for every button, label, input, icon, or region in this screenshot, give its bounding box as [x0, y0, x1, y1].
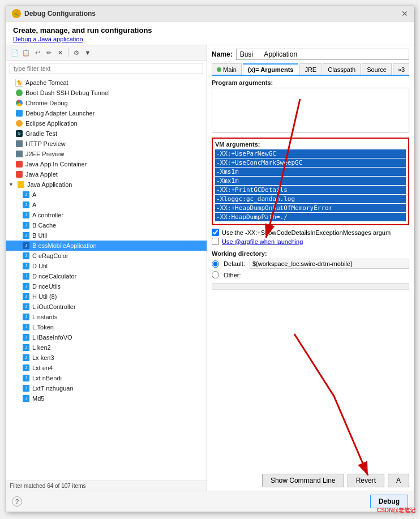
http-icon [15, 140, 23, 148]
tree-item-java-container[interactable]: Java App In Container [6, 159, 207, 169]
item-icon: J [22, 293, 30, 301]
main-tab-icon [217, 67, 221, 72]
working-dir-default-row: Default: [212, 259, 409, 269]
item-icon: J [22, 231, 30, 239]
eclipse-icon [15, 119, 23, 127]
tree-item-dance-utils[interactable]: J D nceUtils [6, 281, 207, 291]
tab-arguments[interactable]: (x)= Arguments [243, 63, 299, 75]
vm-arg-line-4: -Xmx1m [215, 177, 406, 185]
tab-main-label: Main [223, 66, 237, 73]
args-tab-label: (x)= Arguments [248, 66, 294, 73]
tab-more[interactable]: »3 [393, 63, 409, 75]
tree-item-dance-calc[interactable]: J D nceCalculator [6, 271, 207, 281]
tree-item-j2ee-preview[interactable]: J2EE Preview [6, 149, 207, 159]
classpath-tab-label: Classpath [328, 66, 355, 73]
item-icon: J [22, 313, 30, 321]
tree-item-java-application[interactable]: ▼ Java Application [6, 179, 207, 190]
edit-config-btn[interactable]: ✏ [44, 48, 54, 58]
tree-item-eclipse-app[interactable]: Eclipse Application [6, 118, 207, 128]
item-icon: J [22, 201, 30, 209]
tree-item-a1[interactable]: J A [6, 190, 207, 200]
tree-item-debug-adapter[interactable]: Debug Adapter Launcher [6, 108, 207, 118]
item-icon: J [22, 242, 30, 250]
item-icon: J [22, 211, 30, 219]
tree-item-apache-tomcat[interactable]: 🐈 Apache Tomcat [6, 78, 207, 88]
tree-item-boot-dash[interactable]: Boot Dash SSH Debug Tunnel [6, 88, 207, 98]
item-icon: J [22, 272, 30, 280]
show-code-details-label: Use the -XX:+ShowCodeDetailsInExceptionM… [222, 229, 391, 236]
default-radio[interactable] [212, 260, 219, 268]
tree-item-l-out-ctrl[interactable]: J L iOutController [6, 302, 207, 312]
close-button[interactable]: ✕ [401, 9, 408, 18]
j2ee-icon [15, 150, 23, 158]
other-radio[interactable] [212, 271, 219, 278]
tree-item-lx-ken3[interactable]: J Lx ken3 [6, 353, 207, 363]
show-cmd-button[interactable]: Show Command Line [262, 474, 344, 487]
apply-button[interactable]: A [388, 474, 409, 487]
more-tab-label: »3 [398, 66, 405, 73]
tree-item-a-controller[interactable]: J A controller [6, 210, 207, 220]
program-args-box[interactable] [212, 88, 409, 133]
tree-item-l-ken2[interactable]: J L ken2 [6, 342, 207, 353]
tree-item-b-util[interactable]: J B Util [6, 230, 207, 241]
item-icon: J [22, 282, 30, 290]
vm-arg-line-8: -XX:HeapDumpPath=./ [215, 213, 406, 221]
tree-item-h-util[interactable]: J H Util (8) [6, 291, 207, 302]
checkbox-row-2: Use @argfile when launching [212, 238, 409, 245]
remove-config-btn[interactable]: ✕ [55, 48, 65, 58]
other-label: Other: [224, 272, 241, 278]
use-argfile-label[interactable]: Use @argfile when launching [222, 238, 303, 245]
tree-item-md5[interactable]: J Md5 [6, 393, 207, 404]
copy-config-btn[interactable]: 📋 [21, 48, 31, 58]
tree-item-chrome-debug[interactable]: Chrome Debug [6, 98, 207, 108]
checkbox-row-1: Use the -XX:+ShowCodeDetailsInExceptionM… [212, 229, 409, 236]
tree-item-l-nstants[interactable]: J L nstants [6, 312, 207, 322]
name-label: Name: [212, 50, 233, 58]
watermark: CSDN@老笔记 [377, 507, 415, 514]
config-name-input[interactable] [236, 49, 409, 60]
tree-item-l-token[interactable]: J L Token [6, 322, 207, 332]
new-config-btn[interactable]: 📄 [10, 48, 20, 58]
tab-classpath[interactable]: Classpath [323, 63, 361, 75]
show-code-details-checkbox[interactable] [212, 229, 219, 236]
tree-item-d-util[interactable]: J D Util [6, 261, 207, 271]
tree-item-bmobile[interactable]: J B essMobileApplication [6, 241, 207, 251]
tree-item-c-ragcolor[interactable]: J C eRagColor [6, 251, 207, 261]
item-icon: J [22, 323, 30, 331]
delete-config-btn[interactable]: ↩ [32, 48, 42, 58]
working-dir-other-row: Other: [212, 271, 409, 278]
item-icon: J [22, 374, 30, 382]
tree-item-l-baseinfo[interactable]: J L iBaseInfoVO [6, 332, 207, 342]
chrome-debug-icon [15, 99, 23, 107]
action-buttons-row: Show Command Line Revert A [212, 469, 409, 487]
name-row: Name: [212, 49, 409, 60]
default-dir-input[interactable] [250, 259, 409, 269]
tomcat-icon: 🐈 [15, 79, 23, 87]
tree-item-lxt-bendi[interactable]: J Lxt nBendi [6, 373, 207, 383]
debug-java-link[interactable]: Debug a Java application [13, 36, 407, 42]
filter-status: Filter matched 64 of 107 items [6, 481, 207, 491]
vm-arg-line-5: -XX:+PrintGCDetails [215, 186, 406, 194]
tree-item-lxt-en4[interactable]: J Lxt en4 [6, 363, 207, 373]
left-toolbar: 📄 📋 ↩ ✏ ✕ ⚙ ▼ [6, 45, 207, 61]
tab-source[interactable]: Source [362, 63, 392, 75]
tab-main[interactable]: Main [212, 63, 242, 75]
filter-btn[interactable]: ⚙ [71, 48, 82, 58]
vm-args-content[interactable]: -XX:+UseParNewGC -XX:+UseConcMarkSweepGC… [215, 149, 406, 221]
item-icon: J [22, 303, 30, 311]
more-btn[interactable]: ▼ [83, 48, 93, 58]
source-tab-label: Source [367, 66, 387, 73]
tree-item-gradle-test[interactable]: G Gradle Test [6, 128, 207, 139]
tree-item-java-applet[interactable]: Java Applet [6, 169, 207, 179]
revert-button[interactable]: Revert [348, 474, 384, 487]
tree-item-a2[interactable]: J A [6, 200, 207, 210]
use-argfile-checkbox[interactable] [212, 238, 219, 245]
default-label: Default: [224, 260, 245, 267]
filter-input[interactable] [10, 63, 203, 74]
help-button[interactable]: ? [12, 496, 22, 507]
tree-item-lxt-zhuguan[interactable]: J LxtT nzhuguan [6, 383, 207, 393]
working-dir-section-label: Working directory: [212, 250, 409, 257]
tab-jre[interactable]: JRE [299, 63, 322, 75]
tree-item-http-preview[interactable]: HTTP Preview [6, 139, 207, 149]
tree-item-b-cache[interactable]: J B Cache [6, 220, 207, 230]
